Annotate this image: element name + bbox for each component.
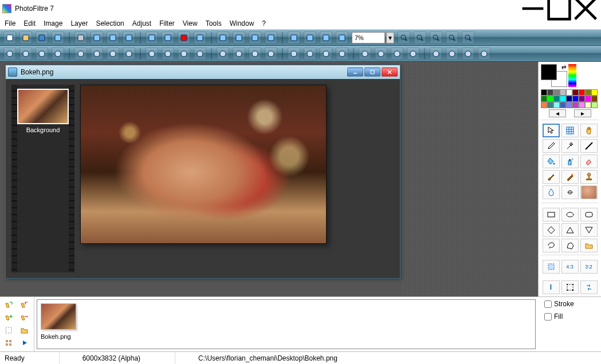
zoom-dropdown-button[interactable]: ▾: [386, 32, 394, 43]
bright-plus-button[interactable]: [19, 48, 32, 60]
palette-swatch[interactable]: [566, 96, 572, 102]
palette-swatch[interactable]: [591, 89, 598, 96]
drop2-button[interactable]: [304, 48, 316, 60]
roundrect-shape[interactable]: [580, 208, 598, 221]
frame-button[interactable]: [430, 48, 442, 60]
save-button[interactable]: [36, 31, 48, 44]
sharpen1-button[interactable]: [320, 48, 332, 60]
new-button[interactable]: [3, 31, 16, 44]
palette-swatch[interactable]: [585, 96, 591, 102]
tray-select-icon[interactable]: [2, 325, 16, 336]
smudge-tool[interactable]: [561, 185, 579, 199]
palette-swatch[interactable]: [579, 102, 585, 108]
gamma-plus-button[interactable]: [91, 48, 103, 60]
spectrum-picker[interactable]: [568, 64, 576, 87]
module-button[interactable]: [336, 31, 348, 44]
palette-swatch[interactable]: [541, 96, 547, 102]
palette-swatch[interactable]: [579, 89, 585, 96]
doc-maximize-button[interactable]: [364, 68, 380, 77]
drop1-button[interactable]: [288, 48, 300, 60]
image-size-button[interactable]: [233, 31, 245, 44]
document-titlebar[interactable]: Bokeh.png: [6, 65, 400, 79]
palette-swatch[interactable]: [547, 96, 553, 102]
foreground-color-swatch[interactable]: [541, 64, 557, 80]
palette-prev-button[interactable]: ◂: [549, 109, 566, 117]
dither-button[interactable]: [391, 48, 403, 60]
blur-less-button[interactable]: [249, 48, 261, 60]
actual-button[interactable]: [446, 31, 458, 44]
tray-open-icon[interactable]: [18, 325, 32, 336]
palette-swatch[interactable]: [566, 89, 572, 96]
relief-button[interactable]: [359, 48, 371, 60]
blur-more-button[interactable]: [265, 48, 277, 60]
fullscreen-button[interactable]: [462, 31, 474, 44]
zoom-in-button[interactable]: [398, 31, 410, 44]
histogram-button[interactable]: [194, 31, 206, 44]
triangle-shape[interactable]: [561, 223, 579, 237]
tray-collapse-icon[interactable]: [18, 299, 32, 311]
contrast-plus-button[interactable]: [52, 48, 64, 60]
folder-shape[interactable]: [580, 239, 598, 252]
maximize-button[interactable]: [546, 0, 572, 17]
menu-window[interactable]: Window: [230, 19, 254, 27]
canvas-size-button[interactable]: [249, 31, 261, 44]
sat-minus-button[interactable]: [107, 48, 119, 60]
adv-brush-tool[interactable]: [561, 170, 579, 184]
photo-canvas[interactable]: [80, 85, 327, 244]
menu-edit[interactable]: Edit: [23, 19, 36, 27]
palette-swatch[interactable]: [591, 96, 598, 102]
undo-button[interactable]: [107, 31, 119, 44]
hue-left-button[interactable]: [146, 48, 158, 60]
palette-swatch[interactable]: [572, 102, 579, 108]
ratio-43-option[interactable]: 4:3: [561, 260, 579, 274]
gray-button[interactable]: [217, 48, 229, 60]
fg-bg-colors[interactable]: ⇄: [541, 64, 567, 87]
paste-button[interactable]: [162, 31, 174, 44]
redeye-tool[interactable]: [580, 185, 598, 199]
crop-option[interactable]: [543, 260, 560, 274]
thumbnail-tray[interactable]: Bokeh.png: [37, 299, 536, 349]
palette-next-button[interactable]: ▸: [574, 109, 591, 117]
menu-view[interactable]: View: [183, 19, 198, 27]
bounds-option[interactable]: [561, 280, 579, 294]
layer-thumbnail[interactable]: [17, 89, 69, 124]
palette-swatch[interactable]: [585, 102, 591, 108]
fit-button[interactable]: [430, 31, 442, 44]
redo-button[interactable]: [123, 31, 135, 44]
palette-swatch[interactable]: [547, 89, 553, 96]
scan-button[interactable]: [91, 31, 103, 44]
rect-shape[interactable]: [543, 208, 560, 221]
wand-tool[interactable]: [561, 139, 579, 153]
rgb-button[interactable]: [178, 31, 190, 44]
move-button[interactable]: [217, 31, 229, 44]
palette-swatch[interactable]: [579, 96, 585, 102]
open-button[interactable]: [19, 31, 32, 44]
grid-tool[interactable]: [561, 124, 579, 137]
fill-tool[interactable]: [543, 155, 560, 168]
palette-swatch[interactable]: [553, 96, 560, 102]
palette-swatch[interactable]: [591, 102, 598, 108]
pointer-tool[interactable]: [543, 124, 560, 137]
tray-expand-icon[interactable]: [2, 299, 16, 311]
palette-swatch[interactable]: [566, 102, 572, 108]
layers-button[interactable]: [304, 31, 316, 44]
blur-tool[interactable]: [543, 185, 560, 199]
export-button[interactable]: [462, 48, 474, 60]
tray-item[interactable]: Bokeh.png: [41, 303, 78, 345]
palette-swatch[interactable]: [560, 96, 566, 102]
palette-swatch[interactable]: [572, 96, 579, 102]
menu-filter[interactable]: Filter: [159, 19, 175, 27]
auto-contrast-button[interactable]: [194, 48, 206, 60]
tray-remove-icon[interactable]: [18, 312, 32, 323]
ratio-32-option[interactable]: 3:2: [580, 260, 598, 274]
copy-button[interactable]: [146, 31, 158, 44]
eraser-tool[interactable]: [580, 155, 598, 168]
text-sel-option[interactable]: I: [543, 280, 560, 294]
palette-swatch[interactable]: [553, 89, 560, 96]
sepia-button[interactable]: [233, 48, 245, 60]
tray-thumbnail[interactable]: [41, 303, 76, 330]
palette-swatch[interactable]: [560, 102, 566, 108]
close-button[interactable]: [572, 0, 599, 17]
swap-colors-icon[interactable]: ⇄: [561, 64, 566, 70]
doc-minimize-button[interactable]: [347, 68, 363, 77]
